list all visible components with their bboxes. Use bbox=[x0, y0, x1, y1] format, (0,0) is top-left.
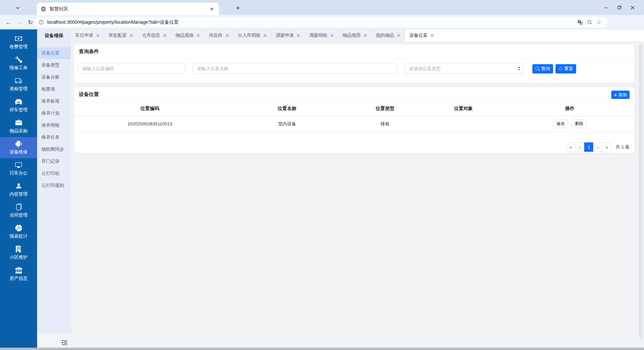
tab-close-icon[interactable] bbox=[397, 34, 400, 37]
sidebar-item-6[interactable]: 日常办公 bbox=[0, 158, 37, 179]
page-tab-10[interactable]: 设备位置 bbox=[405, 29, 438, 41]
reset-button[interactable]: 重置 bbox=[555, 64, 576, 74]
submenu-item-1[interactable]: 设备类型 bbox=[37, 59, 71, 71]
sidebar-item-10[interactable]: 小区维护 bbox=[0, 242, 37, 263]
screen: { "browser": { "tab_title": "智慧社区", "url… bbox=[0, 0, 644, 350]
submenu-item-2[interactable]: 设备台账 bbox=[37, 71, 71, 83]
page-tab-2[interactable]: 仓库信息 bbox=[138, 29, 171, 41]
sidebar-item-7[interactable]: 内容管理 bbox=[0, 179, 37, 200]
pie-chart-icon bbox=[15, 224, 22, 232]
submenu-item-9[interactable]: 开门记录 bbox=[37, 155, 71, 167]
sidebar-item-11[interactable]: 房产信息 bbox=[0, 263, 37, 284]
page-tab-7[interactable]: 调拨明细 bbox=[305, 29, 338, 41]
tab-close-icon[interactable] bbox=[430, 34, 434, 37]
sidebar-item-1[interactable]: 报修工单 bbox=[0, 53, 37, 74]
site-info-icon[interactable] bbox=[38, 20, 44, 25]
submenu-item-4[interactable]: 保养标准 bbox=[37, 95, 71, 107]
add-button[interactable]: +添加 bbox=[611, 91, 630, 99]
browser-tab[interactable]: 智慧社区 × bbox=[37, 3, 219, 15]
submenu-item-5[interactable]: 保养计划 bbox=[37, 107, 71, 119]
page-tab-6[interactable]: 调拨申请 bbox=[271, 29, 305, 41]
page-tab-3[interactable]: 物品规格 bbox=[171, 29, 205, 41]
location-type-select[interactable]: 请选择位置类型 bbox=[405, 64, 524, 74]
page-tabbar: 车位申请 审批配置 仓库信息 物品规格 供应商 出入库明细 调拨申请 调拨明细 … bbox=[71, 29, 644, 42]
tab-close-icon[interactable] bbox=[226, 34, 229, 37]
browser-toolbar: ← → ↻ localhost:3000/#/pages/property/lo… bbox=[0, 15, 644, 29]
briefcase-icon bbox=[15, 119, 22, 126]
sidebar-item-5[interactable]: 设备维保 bbox=[0, 137, 37, 158]
sidebar-item-4[interactable]: 物品采购 bbox=[0, 116, 37, 137]
window-minimize-button[interactable] bbox=[599, 0, 613, 15]
page-tab-1[interactable]: 审批配置 bbox=[104, 29, 138, 41]
translate-icon[interactable] bbox=[575, 20, 585, 25]
tab-close-icon[interactable] bbox=[197, 34, 200, 37]
address-bar[interactable]: localhost:3000/#/pages/property/location… bbox=[34, 17, 608, 27]
submenu-item-7[interactable]: 保养任务 bbox=[37, 131, 71, 143]
search-button[interactable]: 查询 bbox=[532, 64, 553, 74]
page-tab-8[interactable]: 物品领用 bbox=[338, 29, 372, 41]
sidebar-item-3[interactable]: 停车管理 bbox=[0, 95, 37, 116]
tab-close-icon[interactable] bbox=[263, 34, 267, 37]
page-tab-4[interactable]: 供应商 bbox=[205, 29, 234, 41]
cash-icon bbox=[15, 35, 22, 42]
column-header-0: 位置编码 bbox=[74, 101, 226, 116]
tab-close-icon[interactable] bbox=[364, 34, 367, 37]
page-tab-9[interactable]: 我的物品 bbox=[372, 29, 405, 41]
zoom-icon[interactable] bbox=[585, 20, 594, 25]
table-row: 102025052635110013 室内设备 楼栋 修改 删除 bbox=[74, 116, 634, 132]
sidebar-collapse-icon[interactable] bbox=[61, 340, 68, 346]
globe-favicon-icon bbox=[41, 6, 46, 12]
location-code-input[interactable] bbox=[78, 64, 185, 74]
edit-button[interactable]: 修改 bbox=[553, 120, 568, 128]
pagination-last-button[interactable]: » bbox=[602, 142, 612, 152]
pagination-next-button[interactable]: › bbox=[593, 142, 603, 152]
pagination-prev-button[interactable]: ‹ bbox=[575, 142, 585, 152]
plus-icon: + bbox=[614, 92, 617, 97]
pagination-page-1-button[interactable]: 1 bbox=[584, 142, 594, 152]
back-button[interactable]: ← bbox=[4, 18, 13, 27]
window-close-button[interactable] bbox=[626, 0, 639, 15]
forward-button[interactable]: → bbox=[15, 18, 23, 27]
submenu-item-8[interactable]: 物联网同步 bbox=[37, 143, 71, 155]
tab-close-icon[interactable] bbox=[130, 34, 133, 37]
submenu-title: 设备维保 bbox=[37, 29, 71, 42]
bookmark-star-icon[interactable]: ☆ bbox=[594, 19, 604, 26]
submenu-item-11[interactable]: 云打印规则 bbox=[37, 180, 71, 192]
window-restore-button[interactable] bbox=[613, 0, 626, 15]
device-location-table: 位置编码位置名称位置类型位置对象操作 102025052635110013 室内… bbox=[74, 101, 634, 132]
submenu-item-10[interactable]: 云打印机 bbox=[37, 167, 71, 180]
table-footer: « ‹ 1 › » 共 1 条 bbox=[74, 132, 634, 152]
cell-location-type: 楼栋 bbox=[349, 116, 421, 132]
main-sidebar-items: 收费管理 报修工单 巡检管理 停车管理 物品采购 设备维保 日常办公 内容管理 … bbox=[0, 32, 37, 284]
sidebar-item-2[interactable]: 巡检管理 bbox=[0, 74, 37, 95]
table-card: 设备位置 +添加 位置编码位置名称位置类型位置对象操作 102025052635… bbox=[74, 87, 634, 153]
tab-close-icon[interactable] bbox=[330, 34, 334, 37]
sidebar-item-9[interactable]: 报表统计 bbox=[0, 221, 37, 242]
tab-search-chevron-icon[interactable] bbox=[13, 4, 22, 12]
browser-tab-title: 智慧社区 bbox=[49, 6, 209, 12]
browser-tab-close-icon[interactable]: × bbox=[209, 6, 215, 12]
bank-icon bbox=[15, 266, 22, 274]
sidebar-item-0[interactable]: 收费管理 bbox=[0, 32, 37, 53]
column-header-1: 位置名称 bbox=[226, 101, 349, 116]
column-header-2: 位置类型 bbox=[349, 101, 421, 116]
pagination-first-button[interactable]: « bbox=[566, 142, 575, 152]
submenu-item-0[interactable]: 设备位置 bbox=[37, 47, 71, 59]
submenu-item-6[interactable]: 保养明细 bbox=[37, 119, 71, 131]
page-tab-0[interactable]: 车位申请 bbox=[71, 29, 104, 41]
vertical-scrollbar[interactable] bbox=[639, 44, 642, 338]
new-tab-button[interactable]: + bbox=[233, 3, 243, 13]
tab-close-icon[interactable] bbox=[96, 34, 100, 37]
location-name-input[interactable] bbox=[193, 64, 397, 74]
delete-button[interactable]: 删除 bbox=[571, 120, 587, 128]
sidebar-item-8[interactable]: 合同管理 bbox=[0, 200, 37, 221]
page-tab-5[interactable]: 出入库明细 bbox=[234, 29, 272, 41]
files-icon bbox=[15, 203, 22, 211]
browser-titlebar: 智慧社区 × + bbox=[0, 0, 644, 15]
search-icon bbox=[535, 67, 540, 71]
tab-close-icon[interactable] bbox=[163, 34, 166, 37]
submenu-items: 设备位置 设备类型 设备台账 检查项 保养标准 保养计划 保养明细 保养任务 物… bbox=[37, 42, 71, 192]
submenu-item-3[interactable]: 检查项 bbox=[37, 83, 71, 95]
tab-close-icon[interactable] bbox=[297, 34, 300, 37]
reload-button[interactable]: ↻ bbox=[26, 18, 35, 27]
